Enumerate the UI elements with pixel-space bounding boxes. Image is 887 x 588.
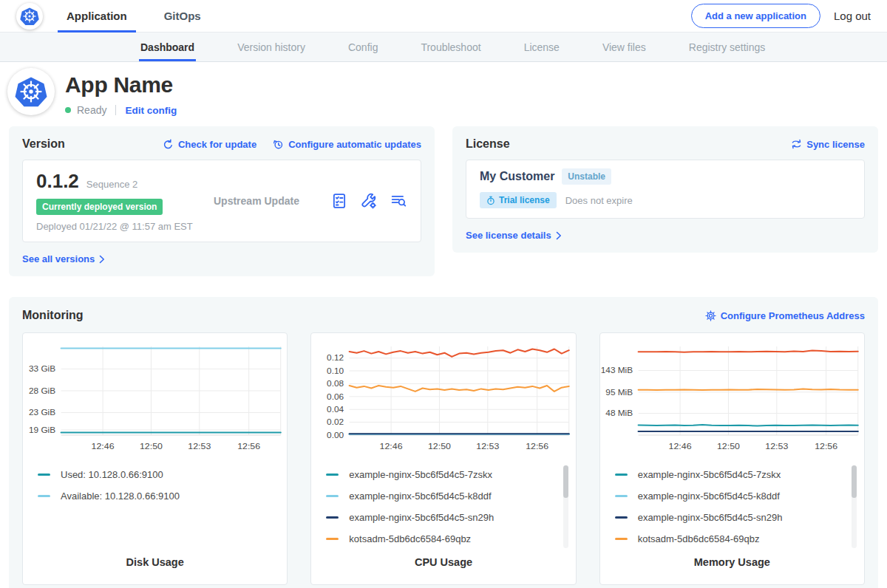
svg-text:12:46: 12:46 — [380, 441, 403, 451]
stopwatch-icon — [486, 196, 495, 205]
trial-license-badge: Trial license — [480, 192, 557, 208]
legend-color-dash — [615, 516, 628, 519]
license-card-title: License — [466, 137, 510, 151]
page-title: App Name — [65, 72, 177, 98]
tab-dashboard[interactable]: Dashboard — [139, 33, 196, 61]
legend-color-dash — [326, 495, 339, 497]
svg-text:12:53: 12:53 — [765, 441, 788, 451]
svg-text:12:53: 12:53 — [477, 441, 500, 451]
chart-title: CPU Usage — [311, 556, 575, 584]
svg-text:12:56: 12:56 — [526, 441, 548, 451]
tab-license[interactable]: License — [523, 33, 561, 61]
legend-item: example-nginx-5bc6f5d4c5-k8ddf — [326, 485, 575, 507]
legend-item: example-nginx-5bc6f5d4c5-sn29h — [615, 507, 864, 528]
edit-config-link[interactable]: Edit config — [125, 105, 177, 116]
config-values-icon[interactable] — [361, 193, 377, 209]
monitoring-title: Monitoring — [22, 309, 84, 322]
version-card-title: Version — [22, 137, 65, 151]
legend-scrollbar[interactable] — [563, 465, 568, 548]
legend-color-dash — [326, 538, 339, 540]
svg-text:0.12: 0.12 — [327, 354, 344, 363]
nav-item-application[interactable]: Application — [64, 0, 130, 33]
channel-badge: Unstable — [562, 168, 611, 185]
svg-text:12:50: 12:50 — [428, 441, 451, 451]
legend-color-dash — [326, 516, 339, 519]
status-dot — [65, 107, 71, 113]
see-license-details-link[interactable]: See license details — [466, 230, 562, 241]
legend-color-dash — [38, 495, 50, 497]
deployed-badge: Currently deployed version — [36, 199, 163, 215]
chart-title: Disk Usage — [23, 556, 287, 584]
deployed-timestamp: Deployed 01/21/22 @ 11:57 am EST — [36, 221, 214, 232]
app-tab-bar: DashboardVersion historyConfigTroublesho… — [0, 33, 887, 62]
chevron-right-icon — [556, 231, 562, 240]
tab-troubleshoot[interactable]: Troubleshoot — [419, 33, 482, 61]
disk-usage-chart-card: 19 GiB23 GiB28 GiB33 GiB12:4612:5012:531… — [22, 332, 288, 585]
tab-version-history[interactable]: Version history — [236, 33, 307, 61]
legend-scrollbar-thumb[interactable] — [852, 465, 857, 498]
legend-item: Available: 10.128.0.66:9100 — [38, 485, 287, 507]
chart-title: Memory Usage — [600, 556, 864, 584]
check-for-update-link[interactable]: Check for update — [163, 139, 256, 150]
monitoring-panel: Monitoring Configure Prometheus Address — [9, 297, 878, 588]
version-card: Version Check for update — [9, 126, 435, 276]
legend-label: example-nginx-5bc6f5d4c5-sn29h — [349, 512, 494, 523]
legend-scrollbar[interactable] — [852, 465, 857, 548]
disk-usage-legend: Used: 10.128.0.66:9100Available: 10.128.… — [23, 464, 287, 507]
legend-label: kotsadm-5db6dc6584-69qbz — [349, 533, 471, 544]
add-new-application-button[interactable]: Add a new application — [691, 4, 820, 28]
svg-text:12:56: 12:56 — [237, 441, 260, 451]
legend-item: kotsadm-5db6dc6584-69qbz — [326, 528, 575, 550]
license-expiry: Does not expire — [565, 195, 633, 206]
svg-text:0.10: 0.10 — [327, 366, 344, 375]
tab-view-files[interactable]: View files — [601, 33, 648, 61]
legend-color-dash — [615, 474, 628, 476]
svg-text:0.02: 0.02 — [327, 418, 344, 427]
logout-button[interactable]: Log out — [834, 10, 871, 22]
configure-automatic-updates-link[interactable]: Configure automatic updates — [273, 139, 421, 150]
top-nav: Application GitOps Add a new application… — [0, 0, 887, 33]
preflight-checks-icon[interactable] — [331, 193, 347, 209]
version-number: 0.1.2 — [36, 170, 79, 193]
legend-item: kotsadm-5db6dc6584-69qbz — [615, 528, 864, 550]
configure-prometheus-link[interactable]: Configure Prometheus Address — [705, 310, 865, 321]
svg-text:12:53: 12:53 — [188, 441, 211, 451]
svg-text:12:46: 12:46 — [92, 441, 115, 451]
divider — [115, 105, 116, 115]
kubernetes-logo-icon — [20, 7, 39, 26]
svg-text:48 MiB: 48 MiB — [605, 409, 633, 418]
legend-color-dash — [326, 474, 339, 476]
nav-item-gitops[interactable]: GitOps — [161, 0, 204, 33]
legend-label: kotsadm-5db6dc6584-69qbz — [638, 533, 760, 544]
kubernetes-logo — [16, 3, 43, 30]
app-avatar — [7, 68, 55, 115]
tab-config[interactable]: Config — [347, 33, 379, 61]
cpu-usage-chart-card: 0.000.020.040.060.080.100.1212:4612:5012… — [310, 332, 576, 585]
version-source: Upstream Update — [214, 195, 331, 207]
legend-scrollbar-thumb[interactable] — [563, 465, 568, 498]
license-card: License Sync license My Customer Unstabl… — [452, 126, 878, 253]
tab-registry-settings[interactable]: Registry settings — [687, 33, 767, 61]
see-all-versions-link[interactable]: See all versions — [22, 253, 105, 264]
legend-color-dash — [38, 474, 50, 476]
svg-text:0.00: 0.00 — [327, 431, 344, 440]
gear-icon — [705, 310, 716, 321]
kubernetes-app-icon — [15, 75, 47, 108]
svg-text:28 GiB: 28 GiB — [29, 386, 55, 395]
svg-text:12:50: 12:50 — [140, 441, 163, 451]
svg-text:12:56: 12:56 — [815, 441, 837, 451]
sync-license-link[interactable]: Sync license — [791, 139, 865, 150]
memory-usage-legend: example-nginx-5bc6f5d4c5-7zskxexample-ng… — [600, 464, 864, 550]
svg-text:143 MiB: 143 MiB — [600, 366, 632, 375]
cpu-usage-legend: example-nginx-5bc6f5d4c5-7zskxexample-ng… — [311, 464, 575, 550]
sync-arrows-icon — [791, 139, 802, 149]
legend-item: example-nginx-5bc6f5d4c5-sn29h — [326, 507, 575, 528]
svg-text:19 GiB: 19 GiB — [29, 425, 55, 434]
legend-label: example-nginx-5bc6f5d4c5-7zskx — [638, 469, 781, 480]
clock-refresh-icon — [273, 139, 284, 150]
legend-label: Available: 10.128.0.66:9100 — [61, 490, 180, 502]
memory-usage-chart-card: 48 MiB95 MiB143 MiB12:4612:5012:5312:56 … — [599, 332, 865, 585]
legend-label: example-nginx-5bc6f5d4c5-k8ddf — [638, 490, 780, 502]
deploy-logs-icon[interactable] — [390, 193, 407, 209]
legend-item: example-nginx-5bc6f5d4c5-k8ddf — [615, 485, 864, 507]
